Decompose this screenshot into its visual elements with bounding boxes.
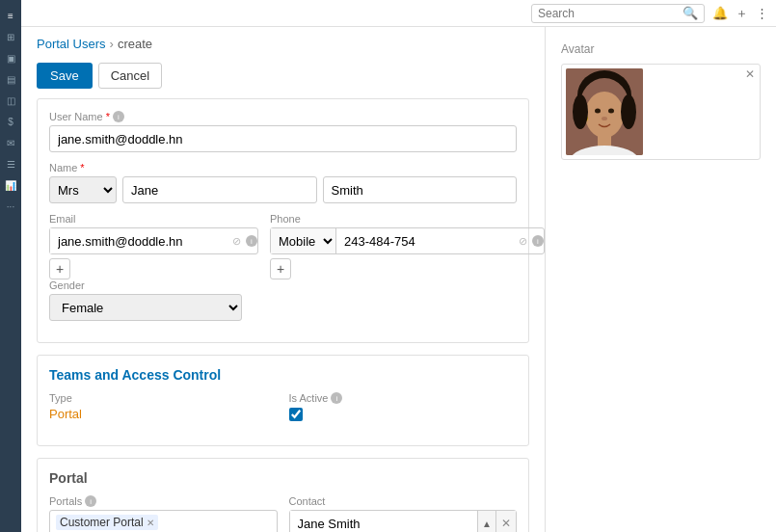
teams-section-header: Teams and Access Control	[49, 367, 517, 383]
sidebar-dollar-icon[interactable]: $	[3, 114, 18, 129]
portal-section: Portal Portals i Customer Portal	[37, 458, 529, 532]
basic-info-section: User Name * i Name *	[37, 98, 529, 343]
sidebar-panel-icon[interactable]: ◫	[3, 93, 18, 108]
contact-arrow-up[interactable]: ▲	[477, 511, 495, 532]
left-panel: Portal Users › create Save Cancel User N…	[21, 27, 545, 532]
is-active-group: Is Active i	[289, 392, 518, 424]
required-mark: *	[106, 111, 110, 122]
svg-point-6	[602, 117, 607, 120]
svg-point-11	[621, 94, 636, 129]
phone-clear-icon[interactable]: ⊘	[514, 235, 532, 248]
search-input[interactable]	[538, 7, 679, 20]
sidebar-chart-icon[interactable]: 📊	[3, 177, 18, 193]
contact-field-wrap: ▲ ✕	[289, 510, 518, 532]
main-area: 🔍 🔔 ＋ ⋮ Portal Users › create Save Cance…	[21, 0, 776, 532]
svg-point-10	[573, 94, 588, 129]
email-add-button[interactable]: +	[49, 258, 70, 279]
form-area: User Name * i Name *	[21, 98, 545, 532]
avatar-close-button[interactable]: ✕	[742, 66, 758, 82]
topbar: 🔍 🔔 ＋ ⋮	[21, 0, 776, 27]
username-info-icon[interactable]: i	[113, 111, 124, 122]
avatar-image	[566, 68, 643, 155]
svg-point-3	[585, 92, 624, 138]
type-label: Type	[49, 392, 278, 404]
portals-tag-wrap: Customer Portal ✕	[49, 510, 278, 532]
portal-tag-close[interactable]: ✕	[147, 518, 154, 528]
portals-contact-row: Portals i Customer Portal ✕ Select	[49, 495, 517, 532]
sidebar-menu-icon[interactable]: ≡	[3, 8, 18, 23]
email-input[interactable]	[50, 228, 227, 253]
search-icon[interactable]: 🔍	[682, 6, 698, 20]
name-label: Name *	[49, 162, 517, 173]
phone-field-wrap: Mobile Home Work ⊘ i	[270, 227, 545, 254]
username-input[interactable]	[49, 125, 517, 152]
portals-group: Portals i Customer Portal ✕ Select	[49, 495, 278, 532]
portal-tag-text: Customer Portal	[60, 516, 144, 529]
toolbar: Save Cancel	[21, 57, 545, 98]
is-active-checkbox[interactable]	[289, 408, 303, 421]
phone-label: Phone	[270, 213, 545, 225]
email-field-wrap: ⊘ i	[49, 227, 258, 254]
avatar-container: ✕	[561, 64, 761, 160]
phone-group: Phone Mobile Home Work ⊘ i	[270, 213, 545, 279]
sidebar: ≡ ⊞ ▣ ▤ ◫ $ ✉ ☰ 📊 ···	[0, 0, 21, 532]
breadcrumb-current: create	[118, 37, 152, 51]
email-phone-row: Email ⊘ i +	[49, 213, 517, 279]
search-box[interactable]: 🔍	[531, 4, 705, 23]
content-area: Portal Users › create Save Cancel User N…	[21, 27, 776, 532]
type-group: Type Portal	[49, 392, 278, 424]
name-title-select[interactable]: Mrs Mr Ms Dr	[49, 176, 117, 203]
username-label: User Name * i	[49, 111, 517, 122]
phone-info-icon[interactable]: i	[532, 235, 544, 247]
avatar-label: Avatar	[561, 42, 761, 56]
last-name-input[interactable]	[323, 176, 518, 203]
bell-icon[interactable]: 🔔	[712, 6, 728, 20]
email-label: Email	[49, 213, 258, 225]
portals-info-icon[interactable]: i	[85, 495, 96, 507]
save-button[interactable]: Save	[37, 63, 93, 89]
required-mark-name: *	[80, 162, 84, 173]
right-panel: Avatar	[545, 27, 776, 532]
portal-section-header: Portal	[49, 470, 517, 486]
sidebar-more-icon[interactable]: ···	[3, 199, 18, 214]
svg-point-5	[608, 109, 614, 114]
gender-group: Gender Female Male Other	[49, 279, 517, 321]
phone-add-button[interactable]: +	[270, 258, 291, 279]
breadcrumb: Portal Users › create	[21, 27, 545, 57]
teams-section: Teams and Access Control Type Portal Is …	[37, 355, 529, 446]
contact-clear-button[interactable]: ✕	[495, 511, 516, 532]
username-group: User Name * i	[49, 111, 517, 152]
contact-label: Contact	[289, 495, 518, 507]
sidebar-list-icon[interactable]: ☰	[3, 156, 18, 172]
phone-type-select[interactable]: Mobile Home Work	[271, 228, 336, 253]
portals-label: Portals i	[49, 495, 278, 507]
is-active-info-icon[interactable]: i	[331, 392, 342, 404]
phone-input[interactable]	[336, 228, 514, 253]
email-group: Email ⊘ i +	[49, 213, 258, 279]
sidebar-grid-icon[interactable]: ⊞	[3, 29, 18, 44]
sidebar-apps-icon[interactable]: ▣	[3, 50, 18, 66]
more-icon[interactable]: ⋮	[756, 6, 768, 20]
cancel-button[interactable]: Cancel	[98, 63, 162, 89]
first-name-input[interactable]	[122, 176, 317, 203]
sidebar-doc-icon[interactable]: ▤	[3, 71, 18, 87]
contact-group: Contact ▲ ✕	[289, 495, 518, 532]
name-group: Name * Mrs Mr Ms Dr	[49, 162, 517, 203]
type-value: Portal	[49, 407, 278, 421]
type-active-row: Type Portal Is Active i	[49, 392, 517, 424]
add-icon[interactable]: ＋	[736, 5, 748, 22]
svg-point-4	[595, 109, 601, 114]
email-info-icon[interactable]: i	[246, 235, 257, 247]
breadcrumb-separator: ›	[110, 37, 114, 51]
breadcrumb-parent[interactable]: Portal Users	[37, 37, 106, 51]
gender-select[interactable]: Female Male Other	[49, 294, 242, 321]
gender-label: Gender	[49, 279, 517, 291]
portal-tag: Customer Portal ✕	[56, 515, 158, 530]
email-clear-icon[interactable]: ⊘	[227, 235, 246, 248]
is-active-label: Is Active i	[289, 392, 518, 404]
name-row: Mrs Mr Ms Dr	[49, 176, 517, 203]
sidebar-mail-icon[interactable]: ✉	[3, 135, 18, 150]
contact-input[interactable]	[290, 511, 478, 532]
